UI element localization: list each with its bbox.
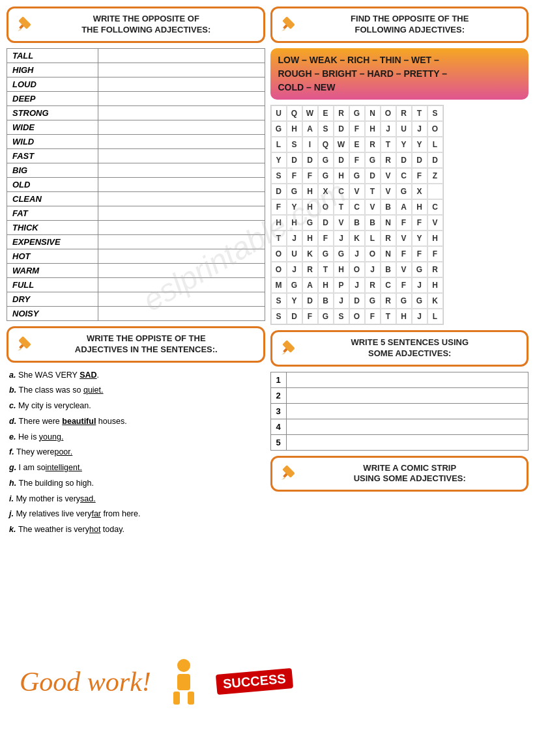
wordsearch-cell: D bbox=[271, 184, 287, 199]
wordsearch-cell: S bbox=[427, 105, 443, 121]
wordsearch-cell: J bbox=[412, 309, 427, 324]
wordsearch-cell: O bbox=[427, 121, 443, 137]
sentence-label: f. bbox=[9, 447, 16, 456]
pencil-icon-3 bbox=[16, 334, 37, 355]
pencil-icon bbox=[16, 14, 37, 35]
adjective-answer-field[interactable] bbox=[98, 292, 265, 306]
wordsearch-cell: Q bbox=[287, 105, 302, 121]
adjective-answer-field[interactable] bbox=[98, 263, 265, 277]
wordsearch-cell: O bbox=[349, 262, 365, 277]
adjective-word: FAT bbox=[7, 206, 98, 220]
wordsearch-cell: C bbox=[427, 199, 443, 215]
wordsearch-cell: T bbox=[334, 199, 349, 215]
adjective-answer-field[interactable] bbox=[98, 105, 265, 120]
wordsearch-cell: D bbox=[334, 121, 349, 137]
success-badge: SUCCESS bbox=[216, 671, 293, 692]
wordsearch-cell: C bbox=[396, 168, 412, 184]
adjective-answer-field[interactable] bbox=[98, 148, 265, 163]
adjective-answer-field[interactable] bbox=[98, 206, 265, 220]
svg-point-15 bbox=[177, 659, 190, 672]
adjective-answer-field[interactable] bbox=[98, 220, 265, 234]
adjective-answer-field[interactable] bbox=[98, 134, 265, 148]
sentence-input-field[interactable] bbox=[286, 419, 528, 434]
footer: Good work! SUCCESS bbox=[7, 613, 528, 749]
wordsearch-cell: R bbox=[302, 262, 318, 277]
wordsearch-cell: V bbox=[396, 262, 412, 277]
wordsearch-cell: Y bbox=[396, 137, 412, 152]
wordsearch-cell: G bbox=[287, 277, 302, 293]
sentence-item: h. The building so high. bbox=[7, 476, 265, 492]
adjective-word: DEEP bbox=[7, 91, 98, 105]
sentence-item: d. There were beautiful houses. bbox=[7, 414, 265, 430]
sentence-item: a. She WAS VERY SAD. bbox=[7, 368, 265, 384]
wordsearch-cell: H bbox=[271, 215, 287, 231]
adjective-word: WILD bbox=[7, 134, 98, 148]
wordsearch-cell: H bbox=[427, 277, 443, 293]
wordsearch-cell: D bbox=[318, 215, 334, 231]
adjective-answer-field[interactable] bbox=[98, 63, 265, 77]
sentence-highlight: SAD bbox=[80, 371, 96, 380]
wordsearch-cell: D bbox=[412, 152, 427, 168]
adjective-answer-field[interactable] bbox=[98, 277, 265, 292]
wordsearch-cell: O bbox=[381, 105, 396, 121]
adjective-answer-field[interactable] bbox=[98, 177, 265, 191]
wordsearch-cell: J bbox=[381, 121, 396, 137]
wordsearch-cell: B bbox=[365, 215, 381, 231]
wordsearch-cell: T bbox=[381, 309, 396, 324]
wordsearch-cell: C bbox=[381, 277, 396, 293]
adjective-answer-field[interactable] bbox=[98, 191, 265, 206]
adjective-answer-field[interactable] bbox=[98, 120, 265, 134]
wordsearch-cell: H bbox=[287, 121, 302, 137]
wordsearch-cell: S bbox=[271, 309, 287, 324]
wordsearch-cell: D bbox=[334, 152, 349, 168]
wordsearch-cell: D bbox=[396, 152, 412, 168]
adjective-word: THICK bbox=[7, 220, 98, 234]
adjective-answer-field[interactable] bbox=[98, 48, 265, 63]
wordsearch-cell: G bbox=[302, 215, 318, 231]
sentence-number: 4 bbox=[270, 419, 286, 434]
adjective-answer-field[interactable] bbox=[98, 77, 265, 91]
sentence-label: a. bbox=[9, 371, 18, 380]
wordsearch-cell: W bbox=[302, 105, 318, 121]
wordsearch-cell: N bbox=[381, 246, 396, 262]
adjective-answer-field[interactable] bbox=[98, 249, 265, 263]
adjectives-table: TALLHIGHLOUDDEEPSTRONGWIDEWILDFASTBIGOLD… bbox=[7, 48, 265, 321]
adjective-answer-field[interactable] bbox=[98, 234, 265, 249]
wordsearch-cell: J bbox=[287, 231, 302, 246]
wordsearch-cell: R bbox=[427, 262, 443, 277]
sentence-highlight: hot bbox=[89, 525, 100, 534]
svg-rect-18 bbox=[188, 692, 194, 705]
sentence-input-field[interactable] bbox=[286, 434, 528, 450]
wordsearch-cell: R bbox=[365, 137, 381, 152]
sentence-input-field[interactable] bbox=[286, 403, 528, 419]
wordsearch-cell: G bbox=[318, 309, 334, 324]
adjective-answer-field[interactable] bbox=[98, 306, 265, 320]
wordsearch-cell: F bbox=[271, 199, 287, 215]
wordsearch-cell: O bbox=[365, 246, 381, 262]
section5-header: WRITE A COMIC STRIP USING SOME ADJECTIVE… bbox=[270, 456, 529, 492]
svg-marker-2 bbox=[18, 29, 22, 31]
wordsearch-cell: T bbox=[271, 231, 287, 246]
sentence-number: 5 bbox=[270, 434, 286, 450]
wordsearch-cell: J bbox=[334, 293, 349, 309]
sentence-label: g. bbox=[9, 463, 19, 472]
wordsearch-cell: O bbox=[271, 262, 287, 277]
sentence-highlight: young. bbox=[39, 432, 64, 441]
wordsearch-cell: S bbox=[287, 137, 302, 152]
adjective-word: LOUD bbox=[7, 77, 98, 91]
adjective-word: FULL bbox=[7, 277, 98, 292]
svg-rect-16 bbox=[177, 674, 190, 690]
sentence-input-field[interactable] bbox=[286, 372, 528, 387]
adjective-answer-field[interactable] bbox=[98, 91, 265, 105]
adjective-word: FAST bbox=[7, 148, 98, 163]
wordsearch-cell: R bbox=[334, 105, 349, 121]
section1-header: WRITE THE OPPOSITE OF THE FOLLOWING ADJE… bbox=[7, 7, 265, 43]
wordsearch-cell: B bbox=[381, 262, 396, 277]
wordsearch-cell: G bbox=[365, 293, 381, 309]
sentence-input-field[interactable] bbox=[286, 387, 528, 403]
wordsearch-cell: F bbox=[302, 309, 318, 324]
wordsearch-cell: F bbox=[396, 246, 412, 262]
adjective-answer-field[interactable] bbox=[98, 163, 265, 177]
wordsearch-cell: X bbox=[318, 184, 334, 199]
sentences-input-table: 12345 bbox=[270, 372, 529, 451]
